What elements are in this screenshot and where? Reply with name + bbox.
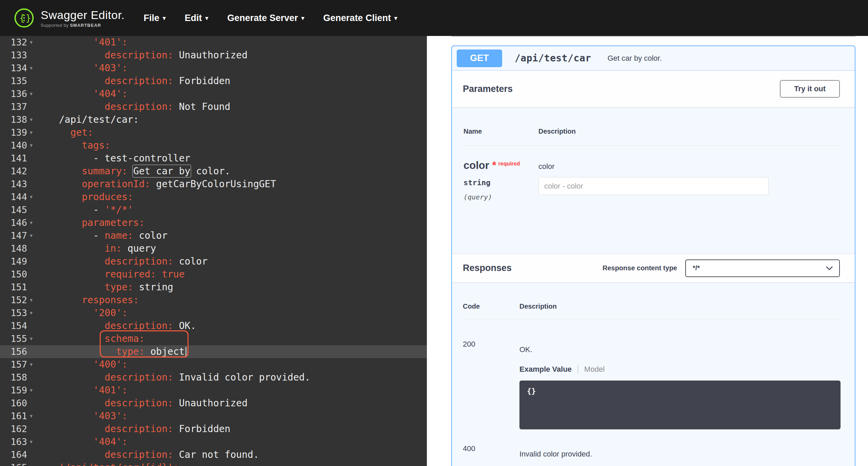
code-line[interactable]: 159▾ '401': [0,384,427,397]
code-line[interactable]: 132▾ '401': [0,36,427,49]
code-line[interactable]: 150 required: true [0,268,427,281]
line-number: 161 [0,410,27,423]
response-row-200: 200 OK. Example Value Model {} [463,319,839,429]
fold-caret-icon[interactable]: ▾ [27,358,41,371]
code-line[interactable]: 146▾ parameters: [0,216,427,229]
fold-caret-icon[interactable]: ▾ [27,229,41,242]
code-line[interactable]: 141 - test-controller [0,152,427,165]
line-number: 151 [0,281,27,294]
fold-caret-icon[interactable]: ▾ [27,410,41,423]
line-number: 164 [0,448,27,461]
line-number: 139 [0,126,27,139]
code-text: '404': [41,88,127,100]
fold-caret-icon[interactable]: ▾ [27,461,41,466]
code-line[interactable]: 158 description: Invalid color provided. [0,371,427,384]
code-line[interactable]: 152▾ responses: [0,294,427,307]
code-line[interactable]: 134▾ '403': [0,62,427,75]
menu-generate-server[interactable]: Generate Server▾ [227,13,304,23]
code-line[interactable]: 162 description: Forbidden [0,423,427,435]
try-it-out-button[interactable]: Try it out [780,80,840,98]
gutter-cell: 140▾ [0,139,41,152]
line-number: 150 [0,268,27,281]
tab-example-value[interactable]: Example Value [519,365,572,374]
code-line[interactable]: 137 description: Not Found [0,100,427,113]
code-line[interactable]: 165▾ '/api/test/car/{id}': [0,461,427,466]
line-number: 147 [0,229,27,242]
fold-caret-icon[interactable]: ▾ [27,384,41,397]
code-line[interactable]: 160 description: Unauthorized [0,397,427,410]
gutter-cell: 132▾ [0,36,41,49]
fold-caret-icon[interactable]: ▾ [27,294,41,307]
fold-spacer [27,423,41,435]
code-line[interactable]: 138▾ /api/test/car: [0,113,427,126]
tab-model[interactable]: Model [584,365,605,374]
code-line[interactable]: 154 description: OK. [0,319,427,332]
gutter-cell: 158 [0,371,41,384]
content-type-select[interactable]: */* [685,259,840,277]
menu-edit[interactable]: Edit▾ [185,13,209,23]
code-line[interactable]: 133 description: Unauthorized [0,49,427,62]
fold-spacer [27,371,41,384]
code-text: '200': [41,307,127,319]
fold-caret-icon[interactable]: ▾ [27,139,41,152]
line-number: 134 [0,62,27,75]
code-line[interactable]: 163▾ '404': [0,435,427,448]
gutter-cell: 136▾ [0,88,41,100]
code-line[interactable]: 140▾ tags: [0,139,427,152]
code-line[interactable]: 139▾ get: [0,126,427,139]
fold-caret-icon[interactable]: ▾ [27,113,41,126]
code-text: type: string [41,281,173,294]
fold-caret-icon[interactable]: ▾ [27,332,41,345]
code-line[interactable]: 151 type: string [0,281,427,294]
http-method-badge[interactable]: GET [457,50,502,67]
code-line[interactable]: 144▾ produces: [0,191,427,203]
operation-summary[interactable]: GET /api/test/car Get car by color. [452,46,855,71]
gutter-cell: 147▾ [0,229,41,242]
line-number: 145 [0,203,27,216]
fold-spacer [27,75,41,88]
code-line[interactable]: 135 description: Forbidden [0,75,427,88]
code-text: get: [41,126,93,139]
menu-file[interactable]: File▾ [144,13,166,23]
response-description-cell: Invalid color provided. [519,444,839,459]
app-logo: { } Swagger Editor. Supported by SMARTBE… [14,7,125,28]
code-line[interactable]: 161▾ '403': [0,410,427,423]
content-type-label: Response content type [603,264,677,272]
code-line[interactable]: 136▾ '404': [0,88,427,100]
fold-caret-icon[interactable]: ▾ [27,435,41,448]
fold-caret-icon[interactable]: ▾ [27,191,41,203]
fold-caret-icon[interactable]: ▾ [27,216,41,229]
code-line[interactable]: 145 - '*/*' [0,203,427,216]
parameter-value-input[interactable] [538,177,769,195]
code-line[interactable]: 148 in: query [0,242,427,255]
code-line[interactable]: 142 summary: Get car by color. [0,165,427,178]
fold-caret-icon[interactable]: ▾ [27,62,41,75]
code-line[interactable]: 157▾ '400': [0,358,427,371]
fold-spacer [27,49,41,62]
gutter-cell: 162 [0,423,41,435]
code-line[interactable]: 164 description: Car not found. [0,448,427,461]
code-line[interactable]: 143 operationId: getCarByColorUsingGET [0,178,427,191]
code-line[interactable]: 147▾ - name: color [0,229,427,242]
fold-caret-icon[interactable]: ▾ [27,88,41,100]
fold-spacer [27,345,41,358]
col-header-name: Name [463,128,538,135]
menu-generate-client[interactable]: Generate Client▾ [323,13,397,23]
yaml-editor[interactable]: 132▾ '401':133 description: Unauthorized… [0,36,427,466]
line-number: 135 [0,75,27,88]
fold-caret-icon[interactable]: ▾ [27,126,41,139]
code-text: summary: Get car by color. [41,165,230,178]
fold-caret-icon[interactable]: ▾ [27,36,41,49]
code-text: description: Forbidden [41,423,230,435]
code-line[interactable]: 155▾ schema: [0,332,427,345]
code-line[interactable]: 153▾ '200': [0,307,427,319]
line-number: 144 [0,191,27,203]
code-line[interactable]: 149 description: color [0,255,427,268]
tab-separator [578,365,578,374]
gutter-cell: 151 [0,281,41,294]
caret-down-icon: ▾ [163,15,166,22]
fold-caret-icon[interactable]: ▾ [27,307,41,319]
code-line[interactable]: 156 type: object [0,345,427,358]
gutter-cell: 155▾ [0,332,41,345]
response-code: 400 [463,444,519,459]
